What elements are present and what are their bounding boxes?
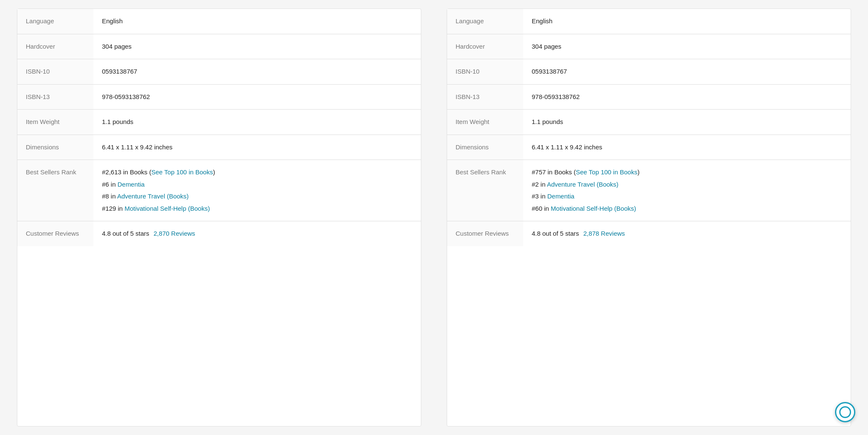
row-label: Item Weight: [447, 110, 523, 135]
row-value: #2,613 in Books (See Top 100 in Books)#6…: [93, 160, 421, 221]
row-label: Dimensions: [17, 135, 93, 160]
page-container: LanguageEnglishHardcover304 pagesISBN-10…: [0, 0, 868, 435]
row-value: 4.8 out of 5 stars 2,870 Reviews: [93, 221, 421, 246]
rank-line: #8 in Adventure Travel (Books): [102, 192, 412, 201]
row-label: Best Sellers Rank: [17, 160, 93, 221]
reviews-count-link[interactable]: 2,870: [154, 230, 170, 237]
row-label: Dimensions: [447, 135, 523, 160]
rank-link[interactable]: Dementia: [118, 181, 145, 188]
row-value: 1.1 pounds: [93, 110, 421, 135]
rank-line: #129 in Motivational Self-Help (Books): [102, 204, 412, 214]
row-label: ISBN-10: [17, 59, 93, 85]
row-label: ISBN-13: [17, 84, 93, 110]
row-value: English: [523, 9, 851, 34]
table-row: ISBN-100593138767: [17, 59, 421, 85]
alexa-button[interactable]: [835, 402, 855, 422]
table-row: Dimensions6.41 x 1.11 x 9.42 inches: [447, 135, 851, 160]
stars-text: 4.8 out of 5 stars: [102, 230, 151, 237]
row-label: Language: [447, 9, 523, 34]
rank-link[interactable]: See Top 100 in Books: [151, 168, 213, 176]
table-row: ISBN-13978-0593138762: [447, 84, 851, 110]
rank-line: #757 in Books (See Top 100 in Books): [532, 168, 842, 177]
reviews-label: Reviews: [169, 230, 195, 237]
rank-link[interactable]: See Top 100 in Books: [576, 168, 637, 176]
rank-line: #3 in Dementia: [532, 192, 842, 201]
rank-line: #2,613 in Books (See Top 100 in Books): [102, 168, 412, 177]
row-value: 0593138767: [523, 59, 851, 85]
table-row: ISBN-100593138767: [447, 59, 851, 85]
table-row: Item Weight1.1 pounds: [447, 110, 851, 135]
row-label: Hardcover: [447, 34, 523, 59]
rank-line: #2 in Adventure Travel (Books): [532, 180, 842, 190]
row-value: 978-0593138762: [93, 84, 421, 110]
row-label: Hardcover: [17, 34, 93, 59]
rank-link[interactable]: Dementia: [547, 193, 574, 200]
table-row: Customer Reviews4.8 out of 5 stars 2,870…: [17, 221, 421, 246]
table-row: ISBN-13978-0593138762: [17, 84, 421, 110]
row-label: Item Weight: [17, 110, 93, 135]
row-value: 0593138767: [93, 59, 421, 85]
rank-line: #6 in Dementia: [102, 180, 412, 190]
table-row: Customer Reviews4.8 out of 5 stars 2,878…: [447, 221, 851, 246]
alexa-icon: [839, 406, 851, 418]
row-value: 304 pages: [523, 34, 851, 59]
row-value: 978-0593138762: [523, 84, 851, 110]
table-row: Best Sellers Rank#757 in Books (See Top …: [447, 160, 851, 221]
reviews-count-link[interactable]: 2,878: [583, 230, 599, 237]
row-label: Language: [17, 9, 93, 34]
row-value: 6.41 x 1.11 x 9.42 inches: [93, 135, 421, 160]
rank-link[interactable]: Motivational Self-Help (Books): [124, 205, 210, 212]
rank-line: #60 in Motivational Self-Help (Books): [532, 204, 842, 214]
row-value: 6.41 x 1.11 x 9.42 inches: [523, 135, 851, 160]
table-row: Hardcover304 pages: [447, 34, 851, 59]
rank-link[interactable]: Motivational Self-Help (Books): [551, 205, 636, 212]
rank-link[interactable]: Adventure Travel (Books): [117, 193, 189, 200]
stars-text: 4.8 out of 5 stars: [532, 230, 581, 237]
table-row: Hardcover304 pages: [17, 34, 421, 59]
table-row: Dimensions6.41 x 1.11 x 9.42 inches: [17, 135, 421, 160]
left-table: LanguageEnglishHardcover304 pagesISBN-10…: [17, 9, 421, 246]
row-label: Customer Reviews: [447, 221, 523, 246]
left-panel: LanguageEnglishHardcover304 pagesISBN-10…: [17, 8, 421, 427]
table-row: Item Weight1.1 pounds: [17, 110, 421, 135]
row-label: ISBN-13: [447, 84, 523, 110]
row-value: 4.8 out of 5 stars 2,878 Reviews: [523, 221, 851, 246]
row-label: Best Sellers Rank: [447, 160, 523, 221]
row-value: English: [93, 9, 421, 34]
table-row: LanguageEnglish: [447, 9, 851, 34]
row-label: Customer Reviews: [17, 221, 93, 246]
rank-link[interactable]: Adventure Travel (Books): [547, 181, 618, 188]
row-label: ISBN-10: [447, 59, 523, 85]
row-value: #757 in Books (See Top 100 in Books)#2 i…: [523, 160, 851, 221]
right-panel: LanguageEnglishHardcover304 pagesISBN-10…: [447, 8, 851, 427]
reviews-label: Reviews: [599, 230, 625, 237]
table-row: LanguageEnglish: [17, 9, 421, 34]
table-row: Best Sellers Rank#2,613 in Books (See To…: [17, 160, 421, 221]
right-table: LanguageEnglishHardcover304 pagesISBN-10…: [447, 9, 851, 246]
row-value: 1.1 pounds: [523, 110, 851, 135]
row-value: 304 pages: [93, 34, 421, 59]
